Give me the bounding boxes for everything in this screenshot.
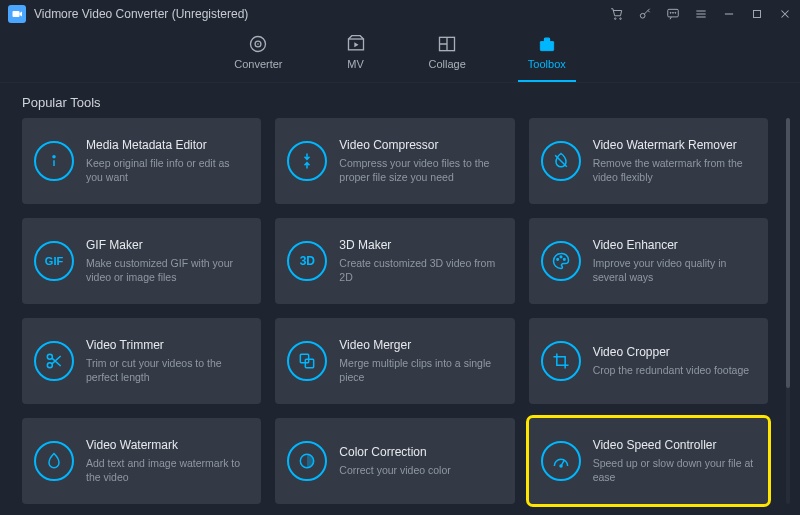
3d-icon: 3D: [287, 241, 327, 281]
svg-point-1: [614, 18, 616, 20]
svg-point-2: [620, 18, 622, 20]
svg-rect-0: [13, 11, 20, 17]
tool-desc: Create customized 3D video from 2D: [339, 256, 502, 284]
tool-title: Video Watermark Remover: [593, 138, 756, 152]
tool-title: Color Correction: [339, 445, 502, 459]
svg-point-3: [640, 13, 645, 18]
tab-mv[interactable]: MV: [339, 30, 373, 76]
menu-icon[interactable]: [694, 7, 708, 21]
svg-rect-16: [540, 42, 553, 45]
tool-desc: Speed up or slow down your file at ease: [593, 456, 756, 484]
close-icon[interactable]: [778, 7, 792, 21]
svg-point-18: [556, 259, 558, 261]
scrollbar-thumb[interactable]: [786, 118, 790, 388]
svg-point-26: [560, 465, 562, 467]
info-icon: [34, 141, 74, 181]
app-logo: [8, 5, 26, 23]
tool-desc: Add text and image watermark to the vide…: [86, 456, 249, 484]
tool-desc: Crop the redundant video footage: [593, 363, 756, 377]
tool-watermark-remover[interactable]: Video Watermark Remover Remove the water…: [529, 118, 768, 204]
titlebar-actions: [610, 7, 792, 21]
tab-label: Collage: [429, 58, 466, 70]
titlebar: Vidmore Video Converter (Unregistered): [0, 0, 800, 28]
tool-gif-maker[interactable]: GIF GIF Maker Make customized GIF with y…: [22, 218, 261, 304]
tool-video-merger[interactable]: Video Merger Merge multiple clips into a…: [275, 318, 514, 404]
merge-icon: [287, 341, 327, 381]
tool-video-cropper[interactable]: Video Cropper Crop the redundant video f…: [529, 318, 768, 404]
svg-point-11: [258, 43, 260, 45]
tool-title: Video Compressor: [339, 138, 502, 152]
minimize-icon[interactable]: [722, 7, 736, 21]
crop-icon: [541, 341, 581, 381]
tools-grid: Media Metadata Editor Keep original file…: [22, 118, 778, 504]
tool-desc: Keep original file info or edit as you w…: [86, 156, 249, 184]
tab-label: MV: [347, 58, 364, 70]
svg-point-7: [675, 12, 676, 13]
tool-video-enhancer[interactable]: Video Enhancer Improve your video qualit…: [529, 218, 768, 304]
compress-icon: [287, 141, 327, 181]
tab-collage[interactable]: Collage: [423, 30, 472, 76]
svg-point-19: [560, 256, 562, 258]
tool-desc: Make customized GIF with your video or i…: [86, 256, 249, 284]
maximize-icon[interactable]: [750, 7, 764, 21]
tool-color-correction[interactable]: Color Correction Correct your video colo…: [275, 418, 514, 504]
svg-point-6: [673, 12, 674, 13]
feedback-icon[interactable]: [666, 7, 680, 21]
key-icon[interactable]: [638, 7, 652, 21]
scrollbar[interactable]: [786, 118, 790, 504]
main-nav: Converter MV Collage Toolbox: [0, 28, 800, 83]
drop-icon: [34, 441, 74, 481]
scissors-icon: [34, 341, 74, 381]
tab-label: Toolbox: [528, 58, 566, 70]
tool-3d-maker[interactable]: 3D 3D Maker Create customized 3D video f…: [275, 218, 514, 304]
tool-desc: Improve your video quality in several wa…: [593, 256, 756, 284]
tab-converter[interactable]: Converter: [228, 30, 288, 76]
watermark-remove-icon: [541, 141, 581, 181]
gif-icon: GIF: [34, 241, 74, 281]
tool-desc: Merge multiple clips into a single piece: [339, 356, 502, 384]
tool-title: Media Metadata Editor: [86, 138, 249, 152]
section-title: Popular Tools: [0, 83, 800, 118]
tool-title: GIF Maker: [86, 238, 249, 252]
tool-video-compressor[interactable]: Video Compressor Compress your video fil…: [275, 118, 514, 204]
svg-point-5: [670, 12, 671, 13]
svg-rect-15: [544, 38, 549, 41]
tool-desc: Remove the watermark from the video flex…: [593, 156, 756, 184]
svg-rect-23: [301, 354, 309, 362]
tool-video-speed-controller[interactable]: Video Speed Controller Speed up or slow …: [529, 418, 768, 504]
tool-title: Video Speed Controller: [593, 438, 756, 452]
tool-title: 3D Maker: [339, 238, 502, 252]
tool-video-trimmer[interactable]: Video Trimmer Trim or cut your videos to…: [22, 318, 261, 404]
svg-rect-24: [306, 359, 314, 367]
palette-icon: [541, 241, 581, 281]
tab-label: Converter: [234, 58, 282, 70]
svg-rect-8: [754, 11, 761, 18]
tool-title: Video Merger: [339, 338, 502, 352]
tool-title: Video Cropper: [593, 345, 756, 359]
tool-title: Video Enhancer: [593, 238, 756, 252]
app-title: Vidmore Video Converter (Unregistered): [34, 7, 248, 21]
svg-point-17: [53, 156, 55, 158]
tool-desc: Compress your video files to the proper …: [339, 156, 502, 184]
tool-desc: Correct your video color: [339, 463, 502, 477]
color-icon: [287, 441, 327, 481]
tool-video-watermark[interactable]: Video Watermark Add text and image water…: [22, 418, 261, 504]
tool-desc: Trim or cut your videos to the perfect l…: [86, 356, 249, 384]
svg-point-20: [563, 259, 565, 261]
cart-icon[interactable]: [610, 7, 624, 21]
tool-title: Video Watermark: [86, 438, 249, 452]
gauge-icon: [541, 441, 581, 481]
tool-title: Video Trimmer: [86, 338, 249, 352]
tool-media-metadata-editor[interactable]: Media Metadata Editor Keep original file…: [22, 118, 261, 204]
tab-toolbox[interactable]: Toolbox: [522, 30, 572, 76]
